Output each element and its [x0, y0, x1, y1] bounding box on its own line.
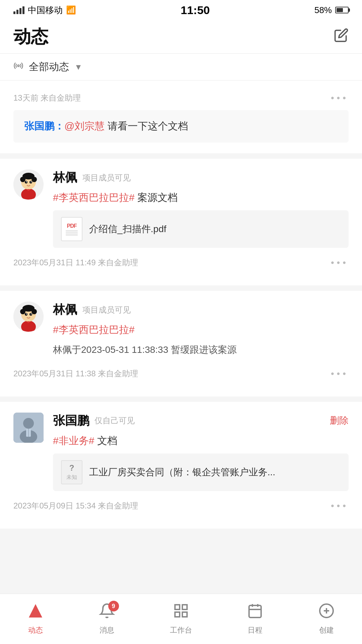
svg-rect-32	[182, 605, 187, 609]
mention-at-1: @刘宗慧	[64, 120, 105, 131]
pdf-icon-2: PDF	[61, 217, 82, 241]
more-menu-2[interactable]: • • •	[328, 256, 349, 269]
file-attachment-2[interactable]: PDF 介绍信_扫描件.pdf	[53, 210, 349, 248]
svg-rect-31	[175, 605, 180, 609]
post-content-2: 林佩 项目成员可见 #李英西巴拉巴拉# 案源文档 PDF	[53, 169, 349, 248]
post-body-text-2: 案源文档	[134, 192, 177, 203]
post-secondary-3: 林佩于2023-05-31 11:38:33 暂缓跟进该案源	[53, 342, 349, 358]
author-name-3: 林佩	[53, 302, 77, 318]
svg-point-21	[26, 314, 27, 315]
visibility-2: 项目成员可见	[82, 172, 131, 183]
post-text-2: #李英西巴拉巴拉# 案源文档	[53, 190, 349, 205]
nav-item-feed[interactable]: 动态	[27, 603, 44, 635]
file-name-4: 工业厂房买卖合同（附：银企共管账户业务...	[89, 466, 275, 479]
feed-item-2: 林佩 项目成员可见 #李英西巴拉巴拉# 案源文档 PDF	[0, 159, 362, 285]
meta-text-3: 2023年05月31日 11:38 来自金助理	[13, 368, 138, 379]
svg-rect-33	[175, 612, 180, 617]
meta-row-1: 13天前 来自金助理 • • •	[13, 91, 349, 105]
avatar-linpei-2	[13, 302, 44, 332]
post-tag-3: #李英西巴拉巴拉#	[53, 324, 134, 335]
svg-point-22	[31, 314, 32, 315]
battery-fill	[337, 8, 343, 12]
svg-rect-34	[182, 612, 187, 617]
nav-label-schedule: 日程	[248, 625, 262, 635]
visibility-4: 仅自己可见	[95, 415, 135, 426]
author-name-2: 林佩	[53, 169, 77, 186]
header: 动态	[0, 20, 362, 54]
post-text-3: #李英西巴拉巴拉#	[53, 322, 349, 337]
svg-point-9	[26, 181, 27, 182]
feed-icon	[27, 603, 44, 623]
meta-text-1: 13天前 来自金助理	[13, 93, 81, 103]
more-menu-4[interactable]: • • •	[328, 499, 349, 513]
status-time: 11:50	[181, 4, 210, 17]
meta-text-4: 2023年05月09日 15:34 来自金助理	[13, 500, 138, 511]
chevron-down-icon: ▼	[74, 62, 82, 72]
feed: 13天前 来自金助理 • • • 张国鹏：@刘宗慧 请看一下这个文档	[0, 80, 362, 588]
pdf-label-icon: PDF	[67, 223, 77, 229]
unknown-label-text: 未知	[66, 474, 77, 481]
nav-item-workbench[interactable]: 工作台	[170, 603, 192, 635]
status-right: 58%	[314, 5, 349, 15]
post-body-4: 张国鹏 仅自己可见 删除 #非业务# 文档 ? 未知 工业厂房买卖合同（附：银企…	[13, 413, 349, 491]
avatar-zhangguopeng	[13, 413, 44, 443]
nav-label-feed: 动态	[28, 625, 43, 635]
svg-point-5	[20, 177, 25, 182]
svg-point-0	[18, 65, 19, 67]
author-name-4: 张国鹏	[53, 413, 89, 429]
svg-rect-35	[249, 605, 261, 618]
more-menu-1[interactable]: • • •	[328, 91, 349, 105]
messages-badge: 9	[108, 601, 119, 611]
page-title: 动态	[13, 25, 48, 49]
nav-item-create[interactable]: 创建	[318, 603, 335, 635]
svg-point-18	[32, 309, 37, 314]
file-name-2: 介绍信_扫描件.pdf	[89, 223, 166, 235]
battery-percent: 58%	[314, 5, 332, 15]
file-attachment-4[interactable]: ? 未知 工业厂房买卖合同（附：银企共管账户业务...	[53, 453, 349, 491]
visibility-3: 项目成员可见	[82, 305, 131, 315]
meta-text-2: 2023年05月31日 11:49 来自金助理	[13, 257, 138, 268]
meta-row-4: 2023年05月09日 15:34 来自金助理 • • •	[13, 499, 349, 513]
post-body-3: 林佩 项目成员可见 #李英西巴拉巴拉# 林佩于2023-05-31 11:38:…	[13, 302, 349, 359]
delete-button-4[interactable]: 删除	[330, 414, 349, 427]
post-content-3: 林佩 项目成员可见 #李英西巴拉巴拉# 林佩于2023-05-31 11:38:…	[53, 302, 349, 359]
mention-body-1: 请看一下这个文档	[105, 120, 188, 131]
more-menu-3[interactable]: • • •	[328, 367, 349, 380]
signal-icon	[13, 6, 24, 14]
meta-row-3: 2023年05月31日 11:38 来自金助理 • • •	[13, 367, 349, 380]
svg-point-6	[32, 177, 37, 182]
broadcast-icon	[13, 61, 23, 73]
svg-rect-24	[27, 321, 29, 323]
feed-item-1: 13天前 来自金助理 • • • 张国鹏：@刘宗慧 请看一下这个文档	[0, 80, 362, 153]
feed-item-3: 林佩 项目成员可见 #李英西巴拉巴拉# 林佩于2023-05-31 11:38:…	[0, 291, 362, 396]
filter-bar[interactable]: 全部动态 ▼	[0, 54, 362, 80]
battery-icon	[335, 7, 349, 13]
post-content-4: 张国鹏 仅自己可见 删除 #非业务# 文档 ? 未知 工业厂房买卖合同（附：银企…	[53, 413, 349, 491]
post-body-text-4: 文档	[94, 435, 117, 446]
avatar-linpei-1	[13, 169, 44, 200]
post-text-4: #非业务# 文档	[53, 433, 349, 448]
author-row-4: 张国鹏 仅自己可见 删除	[53, 413, 349, 429]
svg-point-26	[23, 418, 34, 429]
mention-card-1: 张国鹏：@刘宗慧 请看一下这个文档	[13, 110, 349, 143]
calendar-icon	[247, 603, 263, 623]
nav-item-messages[interactable]: 9 消息	[99, 603, 115, 635]
carrier-label: 中国移动	[28, 4, 63, 16]
bottom-nav: 动态 9 消息 工作台	[0, 594, 362, 644]
svg-point-10	[31, 181, 32, 182]
unknown-icon-4: ? 未知	[61, 460, 82, 484]
plus-circle-icon	[318, 603, 335, 623]
post-body-2: 林佩 项目成员可见 #李英西巴拉巴拉# 案源文档 PDF	[13, 169, 349, 248]
nav-label-create: 创建	[319, 625, 334, 635]
apps-icon	[173, 603, 189, 623]
svg-marker-30	[29, 604, 42, 618]
svg-rect-12	[27, 189, 29, 191]
nav-label-workbench: 工作台	[170, 625, 192, 635]
author-row-3: 林佩 项目成员可见	[53, 302, 349, 318]
meta-row-2: 2023年05月31日 11:49 来自金助理 • • •	[13, 256, 349, 269]
nav-label-messages: 消息	[100, 625, 114, 635]
filter-label: 全部动态	[29, 60, 69, 74]
nav-item-schedule[interactable]: 日程	[247, 603, 263, 635]
edit-icon[interactable]	[334, 28, 349, 46]
mention-author-1: 张国鹏：	[24, 120, 64, 131]
